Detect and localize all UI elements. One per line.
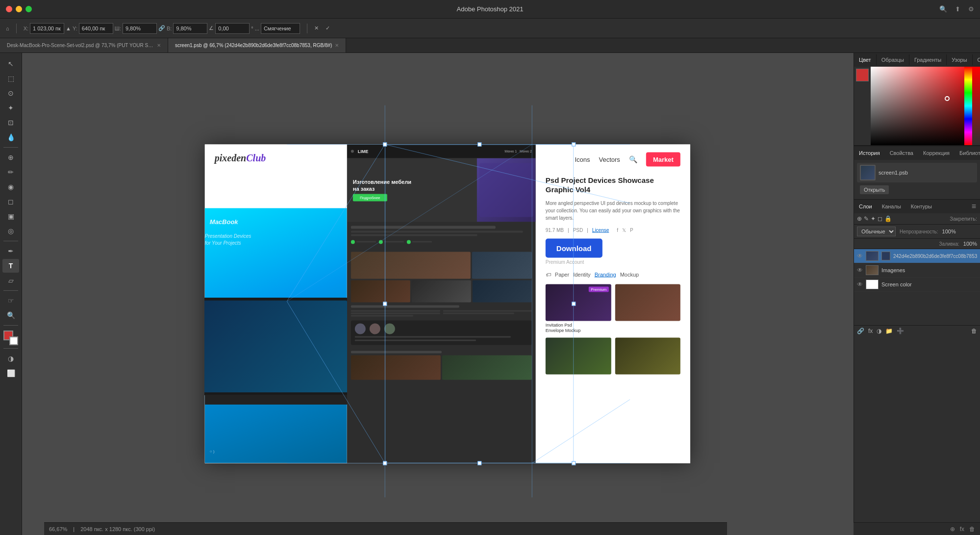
- canvas-area[interactable]: pixedenClub MacBook Presentation Devices…: [22, 53, 854, 535]
- layer-new-icon[interactable]: ➕: [897, 328, 904, 334]
- tag-mockup[interactable]: Mockup: [620, 271, 639, 277]
- vectors-nav-link[interactable]: Vectors: [599, 155, 620, 163]
- related-item-1[interactable]: Premium Invitation PsdEnvelope Mockup: [546, 284, 611, 333]
- move-tool[interactable]: ↖: [2, 57, 19, 71]
- color-picker[interactable]: [854, 67, 980, 145]
- brush-tool[interactable]: ✏: [2, 165, 19, 179]
- tab-correction[interactable]: Коррекция: [918, 148, 955, 158]
- icons-nav-link[interactable]: Icons: [575, 155, 590, 163]
- layer-tool-icon3[interactable]: ✦: [871, 215, 876, 222]
- facebook-icon[interactable]: f: [617, 227, 618, 232]
- market-nav-button[interactable]: Market: [646, 152, 680, 166]
- layer-tool-icon1[interactable]: ⊕: [857, 215, 862, 222]
- layer-item-3[interactable]: 👁 Screen color: [854, 278, 980, 292]
- search-nav-icon[interactable]: 🔍: [629, 155, 637, 163]
- layers-panel-menu[interactable]: ≡: [968, 200, 980, 213]
- blend-mode-input[interactable]: [261, 23, 300, 34]
- lasso-tool[interactable]: ⊙: [2, 86, 19, 100]
- background-color[interactable]: [9, 336, 18, 345]
- tab-char[interactable]: Символ: [973, 54, 980, 65]
- tag-identity[interactable]: Identity: [573, 271, 590, 277]
- tab-screen1[interactable]: screen1.psb @ 66,7% (242d4e2b890b2d6de3f…: [168, 38, 346, 52]
- tab-desk-macbook[interactable]: Desk-MacBook-Pro-Scene-Set-vol2.psd @ 73…: [0, 38, 168, 52]
- crop-tool[interactable]: ⊡: [2, 116, 19, 129]
- layer-item-2[interactable]: 👁 Imagenes: [854, 263, 980, 278]
- settings-icon[interactable]: ⚙: [968, 5, 974, 13]
- pinterest-icon[interactable]: P: [630, 227, 633, 232]
- hand-tool[interactable]: ☞: [2, 294, 19, 307]
- bottom-icon-1[interactable]: ⊕: [950, 526, 955, 533]
- zoom-tool[interactable]: 🔍: [2, 308, 19, 322]
- bottom-icon-2[interactable]: fx: [960, 526, 964, 533]
- tag-branding[interactable]: Branding: [595, 271, 616, 277]
- screen-mode[interactable]: ⬜: [2, 366, 19, 380]
- home-btn[interactable]: ⌂: [4, 25, 11, 32]
- fg-color-swatch[interactable]: [856, 69, 869, 81]
- clone-tool[interactable]: ◉: [2, 180, 19, 194]
- color-swatches[interactable]: [2, 331, 19, 345]
- tab-history[interactable]: История: [854, 148, 885, 158]
- layer-item-1[interactable]: 👁 242d4e2b890b2d6de3fe8f7cc08b7853: [854, 249, 980, 263]
- marquee-tool[interactable]: ⬚: [2, 72, 19, 85]
- search-icon[interactable]: 🔍: [939, 5, 947, 13]
- pen-tool[interactable]: ✒: [2, 244, 19, 258]
- related-item-4[interactable]: [615, 337, 680, 376]
- tab-paths[interactable]: Контуры: [906, 201, 937, 212]
- cancel-transform[interactable]: ✕: [312, 24, 321, 32]
- maximize-button[interactable]: [25, 6, 32, 12]
- layer-group-icon[interactable]: 📁: [885, 328, 893, 334]
- color-gradient-field[interactable]: [871, 67, 964, 145]
- layer-1-visibility[interactable]: 👁: [857, 253, 863, 259]
- related-item-2[interactable]: [615, 284, 680, 333]
- x-input[interactable]: [30, 23, 64, 34]
- tab-patterns[interactable]: Узоры: [947, 54, 972, 65]
- tab-layers[interactable]: Слои: [854, 201, 877, 212]
- eyedropper-tool[interactable]: 💧: [2, 130, 19, 144]
- tab-gradients[interactable]: Градиенты: [909, 54, 947, 65]
- layer-2-visibility[interactable]: 👁: [857, 267, 863, 274]
- tab-libraries[interactable]: Библиотеки: [955, 148, 980, 158]
- layer-link-icon[interactable]: 🔗: [857, 328, 864, 334]
- license-link[interactable]: License: [592, 227, 609, 232]
- layer-tool-icon5[interactable]: 🔒: [884, 215, 892, 222]
- close-tab-1[interactable]: ✕: [157, 43, 161, 48]
- shape-tool[interactable]: ▱: [2, 274, 19, 287]
- tab-properties[interactable]: Свойства: [885, 148, 918, 158]
- minimize-button[interactable]: [16, 6, 22, 12]
- alpha-slider[interactable]: [972, 67, 980, 145]
- layer-tool-icon2[interactable]: ✎: [864, 215, 869, 222]
- history-item-1[interactable]: screen1.psb: [857, 163, 977, 182]
- layer-delete-icon[interactable]: 🗑: [971, 328, 977, 334]
- select-tool[interactable]: ✦: [2, 101, 19, 115]
- layer-3-visibility[interactable]: 👁: [857, 281, 863, 288]
- link-icon[interactable]: 🔗: [158, 25, 165, 31]
- dodge-tool[interactable]: ◎: [2, 224, 19, 238]
- h-input[interactable]: [173, 23, 207, 34]
- close-tab-2[interactable]: ✕: [335, 43, 339, 48]
- bottom-icon-trash[interactable]: 🗑: [969, 526, 975, 533]
- tab-swatches[interactable]: Образцы: [877, 54, 909, 65]
- twitter-icon[interactable]: 𝕏: [622, 227, 626, 232]
- confirm-transform[interactable]: ✓: [324, 24, 332, 32]
- quick-mask[interactable]: ◑: [2, 352, 19, 365]
- color-fg-box[interactable]: [854, 67, 871, 145]
- layer-style-icon[interactable]: fx: [868, 328, 873, 334]
- heal-tool[interactable]: ⊕: [2, 151, 19, 164]
- y-input[interactable]: [79, 23, 113, 34]
- tab-color[interactable]: Цвет: [854, 54, 877, 65]
- layer-mask-icon[interactable]: ◑: [877, 328, 881, 334]
- angle-input[interactable]: [215, 23, 250, 34]
- gradient-tool[interactable]: ▣: [2, 209, 19, 223]
- w-input[interactable]: [123, 23, 157, 34]
- download-button[interactable]: Download: [546, 238, 603, 257]
- related-item-3[interactable]: [546, 337, 611, 376]
- hue-slider[interactable]: [964, 67, 972, 145]
- layer-tool-icon4[interactable]: ◻: [878, 215, 882, 222]
- eraser-tool[interactable]: ◻: [2, 195, 19, 208]
- tag-paper[interactable]: Paper: [555, 271, 569, 277]
- history-open-button[interactable]: Открыть: [860, 185, 889, 194]
- share-icon[interactable]: ⬆: [955, 5, 960, 13]
- tab-channels[interactable]: Каналы: [877, 201, 906, 212]
- close-button[interactable]: [6, 6, 12, 12]
- type-tool[interactable]: T: [2, 259, 19, 273]
